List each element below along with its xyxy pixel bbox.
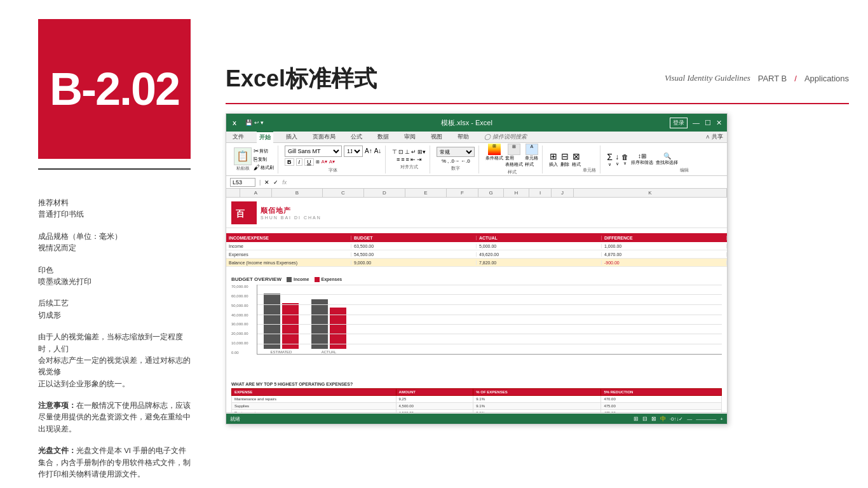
legend-income: Income [287, 277, 309, 282]
col-b[interactable]: B [272, 189, 323, 197]
increase-indent-button[interactable]: ⇥ [417, 156, 422, 163]
formula-input[interactable] [290, 179, 723, 186]
income-actual: 5,000.00 [477, 244, 602, 248]
format-cells-button[interactable]: ⊠ 格式 [572, 151, 581, 168]
col-a[interactable]: A [240, 189, 272, 197]
actual-group: ACTUAL [311, 299, 346, 354]
expenses-actual: 49,620.00 [477, 252, 602, 257]
chart-title-text: BUDGET OVERVIEW [231, 276, 281, 282]
col-k[interactable]: K [574, 189, 727, 197]
cancel-formula-icon[interactable]: ✕ [264, 179, 269, 186]
col-i[interactable]: I [529, 189, 552, 197]
ime-indicator[interactable]: 中 [660, 415, 666, 423]
copy-button[interactable]: ⎘复制 [254, 156, 274, 163]
decrease-font-button[interactable]: A↓ [374, 147, 382, 154]
increase-font-button[interactable]: A↑ [365, 147, 372, 154]
fill-color-button[interactable]: A▾ [322, 159, 327, 165]
color-line2: 喷墨或激光打印 [38, 276, 191, 287]
minimize-button[interactable]: — [693, 119, 700, 126]
maximize-button[interactable]: ☐ [705, 119, 711, 127]
view-breaks-button[interactable]: ⊠ [651, 416, 656, 422]
align-top-button[interactable]: ⊤ [392, 149, 397, 155]
clipboard-label: 粘贴板 [236, 165, 250, 172]
col-j[interactable]: J [552, 189, 574, 197]
comma-button[interactable]: , [447, 158, 449, 164]
cell-style-button[interactable]: A 单元格样式 [525, 144, 538, 168]
actual-bars [311, 299, 346, 349]
styles-group: ⊞ 条件格式 ⊞ 套用表格格式 A 单元格样式 样式 [482, 146, 543, 173]
sort-filter-button[interactable]: ↕⊞ 排序和筛选 [631, 152, 653, 166]
italic-button[interactable]: I [296, 158, 303, 166]
guide-text: Visual Identity Guidelines [665, 73, 750, 83]
border-button[interactable]: ⊞ [316, 159, 320, 165]
align-center-button[interactable]: ≡ [401, 156, 404, 163]
decrease-decimal-button[interactable]: ←.0 [461, 158, 470, 164]
clear-button[interactable]: 🗑 ∨ [621, 153, 628, 166]
col-e[interactable]: E [405, 189, 447, 197]
find-select-button[interactable]: 🔍 查找和选择 [656, 152, 678, 166]
col-h[interactable]: H [504, 189, 529, 197]
align-right-button[interactable]: ≡ [405, 156, 409, 163]
login-button[interactable]: 登录 [670, 118, 688, 128]
col-g[interactable]: G [478, 189, 504, 197]
align-left-button[interactable]: ≡ [397, 156, 400, 163]
col-d[interactable]: D [364, 189, 405, 197]
y-axis-labels: 70,000.00 60,000.00 50,000.00 40,000.00 … [231, 285, 257, 355]
tab-insert[interactable]: 插入 [283, 132, 300, 142]
format-paint-button[interactable]: 🖌格式刷 [254, 164, 274, 171]
font-name-select[interactable]: Gill Sans MT [285, 146, 342, 157]
insert-cells-button[interactable]: ⊞ 插入 [549, 151, 558, 168]
col-f[interactable]: F [447, 189, 478, 197]
excel-titlebar-left: X 💾 ↩ ▾ [231, 118, 264, 127]
font-size-select[interactable]: 11 [344, 146, 363, 157]
zoom-out-button[interactable]: — [687, 416, 692, 422]
increase-decimal-button[interactable]: .0→ [450, 158, 459, 164]
zoom-in-button[interactable]: + [720, 416, 723, 422]
tab-home[interactable]: 开始 [257, 131, 273, 143]
number-format-select[interactable]: 常规 [437, 147, 475, 157]
share-button[interactable]: ∧ 共享 [705, 133, 723, 141]
cell-reference-input[interactable] [230, 178, 255, 187]
section-recommended: 推荐材料 普通打印书纸 [38, 197, 191, 220]
paste-button[interactable]: 📋 [234, 147, 252, 165]
edit-group: Σ ∨ ↓ ∨ 🗑 ∨ ↕⊞ 排序和筛选 [603, 146, 693, 173]
y-label-50000: 50,000.00 [231, 304, 254, 308]
insert-function-icon[interactable]: fx [282, 179, 287, 186]
tab-review[interactable]: 审阅 [402, 132, 418, 142]
cut-button[interactable]: ✂剪切 [254, 147, 274, 154]
table-format-button[interactable]: ⊞ 套用表格格式 [505, 144, 523, 168]
delete-cells-button[interactable]: ⊟ 删除 [560, 151, 569, 168]
tab-search[interactable]: ◯ 操作说明搜索 [482, 132, 529, 142]
font-color-button[interactable]: A▾ [329, 159, 335, 165]
tab-formulas[interactable]: 公式 [348, 132, 365, 142]
y-label-10000: 10,000.00 [231, 341, 254, 345]
close-button[interactable]: ✕ [716, 119, 722, 127]
actual-expenses-bar [330, 308, 346, 349]
view-page-button[interactable]: ⊟ [642, 416, 648, 422]
align-bottom-button[interactable]: ⊥ [405, 149, 410, 155]
view-normal-button[interactable]: ⊞ [634, 416, 639, 422]
header-budget: BUDGET [351, 236, 477, 240]
slash-divider: / [794, 74, 797, 83]
income-label: Income [226, 244, 351, 248]
underline-button[interactable]: U [304, 158, 314, 166]
conditional-format-button[interactable]: ⊞ 条件格式 [485, 144, 503, 168]
expenses-table: EXPENSE AMOUNT % OF EXPENSES 5% REDUCTIO… [231, 388, 722, 415]
tab-view[interactable]: 视图 [428, 132, 445, 142]
percent-button[interactable]: % [442, 158, 446, 164]
tab-data[interactable]: 数据 [375, 132, 391, 142]
decrease-indent-button[interactable]: ⇤ [410, 156, 416, 163]
bold-button[interactable]: B [285, 158, 294, 166]
wrap-text-button[interactable]: ↵ [411, 149, 416, 155]
autosum-button[interactable]: Σ ∨ [607, 152, 613, 167]
tab-file[interactable]: 文件 [230, 132, 247, 142]
income-diff: 1,000.00 [602, 244, 727, 248]
col-c[interactable]: C [323, 189, 364, 197]
tab-page-layout[interactable]: 页面布局 [310, 132, 338, 142]
align-middle-button[interactable]: ⊡ [398, 149, 403, 155]
header-right: Visual Identity Guidelines PART B / Appl… [665, 73, 849, 83]
tab-help[interactable]: 帮助 [455, 132, 471, 142]
merge-center-button[interactable]: ⊞▾ [417, 149, 426, 155]
confirm-formula-icon[interactable]: ✓ [273, 179, 278, 186]
fill-button[interactable]: ↓ ∨ [615, 152, 619, 166]
